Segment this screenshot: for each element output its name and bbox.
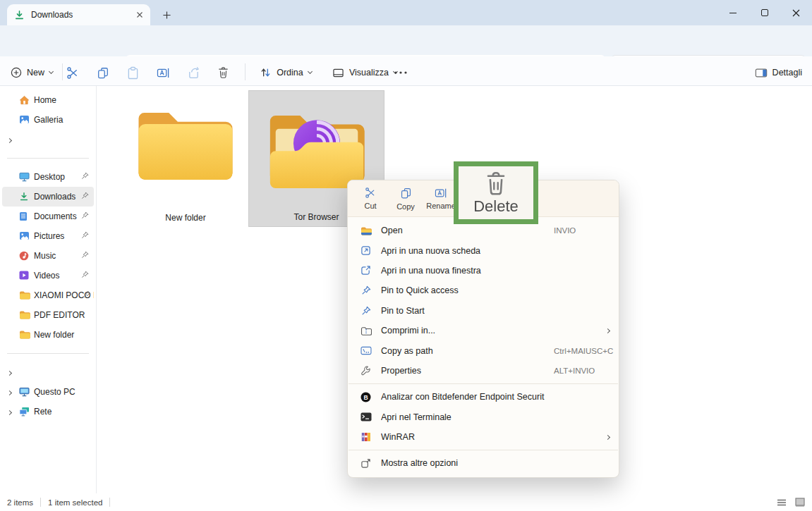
sidebar-item-downloads[interactable]: Downloads [2, 187, 94, 207]
new-button[interactable]: New [8, 62, 55, 83]
paste-icon [127, 66, 139, 80]
cut-button[interactable] [62, 62, 83, 83]
share-icon [187, 66, 200, 79]
chevron-down-icon [49, 69, 54, 74]
sidebar-item-home[interactable]: Home [2, 90, 94, 110]
view-toggles [777, 493, 805, 511]
menu-item-winrar[interactable]: WinRAR [348, 427, 619, 447]
open-new-window-icon [360, 265, 372, 276]
chevron-down-icon [308, 69, 313, 74]
pin-icon [81, 251, 89, 261]
sidebar-item-label: Videos [34, 271, 59, 281]
pin-icon [81, 231, 89, 241]
wrench-icon [360, 365, 372, 376]
rename-button[interactable] [152, 62, 174, 83]
sidebar-item-xiaomi-poco[interactable]: XIAOMI POCO F [2, 285, 94, 305]
window-controls [717, 0, 812, 25]
sidebar-item-videos[interactable]: Videos [2, 266, 94, 285]
tab-close-icon[interactable] [136, 11, 143, 18]
details-button[interactable]: Dettagli [755, 62, 802, 83]
document-icon [19, 211, 30, 221]
context-cut-button[interactable]: Cut [356, 187, 384, 210]
open-folder-icon [360, 226, 372, 235]
menu-item-open-new-window[interactable]: Apri in una nuova finestra [348, 261, 619, 281]
this-pc-icon [19, 387, 30, 397]
quick-action-label: Copy [396, 202, 415, 211]
view-icon [332, 68, 344, 78]
pin-icon [83, 290, 91, 300]
menu-item-compress[interactable]: Comprimi in... [348, 321, 619, 340]
context-menu: Cut Copy Rename [347, 180, 619, 478]
winrar-icon [360, 432, 372, 442]
sidebar-item-pdf-editor[interactable]: PDF EDITOR [2, 305, 94, 325]
submenu-chevron-icon [605, 328, 610, 333]
desktop-icon [19, 172, 30, 182]
sidebar-item-pictures[interactable]: Pictures [2, 226, 94, 246]
context-copy-button[interactable]: Copy [392, 187, 420, 211]
menu-divider [349, 450, 618, 450]
sidebar-item-desktop[interactable]: Desktop [2, 167, 94, 187]
sidebar-item-questo-pc[interactable]: Questo PC [2, 382, 94, 402]
pin-icon [360, 285, 372, 295]
delete-button[interactable] [212, 62, 234, 83]
close-button[interactable] [780, 0, 812, 25]
quick-action-label: Rename [426, 202, 456, 210]
minimize-icon [729, 13, 737, 13]
trash-icon [217, 66, 229, 79]
large-icons-view-toggle[interactable] [795, 498, 805, 507]
more-options-button[interactable] [389, 62, 412, 83]
quick-action-label: Cut [364, 202, 376, 210]
menu-item-copy-as-path[interactable]: Copy as path Ctrl+MAIUSC+C [348, 340, 619, 360]
details-view-toggle[interactable] [777, 498, 787, 507]
delete-action-highlight[interactable]: Delete [454, 161, 538, 224]
network-icon [19, 407, 30, 417]
videos-icon [19, 271, 30, 281]
sidebar-item-new-folder[interactable]: New folder [2, 325, 94, 345]
menu-item-show-more-options[interactable]: Mostra altre opzioni [348, 453, 619, 473]
tab-title: Downloads [31, 10, 130, 20]
menu-item-label: Apri in una nuova scheda [381, 246, 545, 256]
chevron-right-icon [7, 371, 12, 376]
menu-item-pin-quick-access[interactable]: Pin to Quick access [348, 281, 619, 300]
sidebar-item-label: Pictures [34, 231, 64, 241]
sidebar-item-music[interactable]: Music [2, 246, 94, 266]
share-button[interactable] [183, 62, 204, 83]
menu-item-bitdefender-scan[interactable]: B Analizar con Bitdefender Endpoint Secu… [348, 387, 619, 407]
context-rename-button[interactable]: Rename [427, 187, 455, 210]
terminal-icon [360, 412, 372, 421]
sidebar-expander[interactable] [2, 130, 94, 149]
sidebar-item-galleria[interactable]: Galleria [2, 110, 94, 130]
menu-item-label: Apri nel Terminale [381, 412, 545, 422]
sidebar-item-rete[interactable]: Rete [2, 402, 94, 421]
copy-icon [400, 187, 412, 199]
paste-button[interactable] [122, 62, 143, 83]
file-name: New folder [165, 213, 205, 223]
close-icon [792, 9, 800, 17]
toolbar-separator [245, 63, 246, 80]
new-tab-button[interactable] [158, 6, 175, 23]
tab-downloads[interactable]: Downloads [7, 4, 150, 25]
sort-button-label: Ordina [277, 68, 303, 78]
menu-item-open-new-tab[interactable]: Apri in una nuova scheda [348, 240, 619, 260]
items-count: 2 items [7, 498, 33, 507]
sidebar-item-label: Home [34, 95, 56, 105]
sidebar-item-documents[interactable]: Documents [2, 207, 94, 226]
menu-item-properties[interactable]: Properties ALT+INVIO [348, 361, 619, 381]
menu-item-open-in-terminal[interactable]: Apri nel Terminale [348, 407, 619, 427]
sidebar-item-label: Desktop [34, 172, 65, 182]
file-new-folder[interactable]: New folder [116, 90, 255, 227]
sidebar-item-label: Questo PC [34, 387, 75, 397]
sidebar-expander[interactable] [2, 362, 94, 382]
maximize-button[interactable] [749, 0, 780, 25]
tab-bar: Downloads [0, 0, 812, 25]
delete-action-label: Delete [473, 197, 519, 216]
details-button-label: Dettagli [772, 68, 802, 78]
menu-item-pin-to-start[interactable]: Pin to Start [348, 301, 619, 321]
maximize-icon [761, 9, 768, 16]
copy-button[interactable] [92, 62, 114, 83]
sort-button[interactable]: Ordina [255, 62, 316, 83]
download-icon [14, 10, 25, 20]
menu-divider [349, 383, 618, 384]
minimize-button[interactable] [717, 0, 749, 25]
menu-item-label: Apri in una nuova finestra [381, 266, 545, 276]
